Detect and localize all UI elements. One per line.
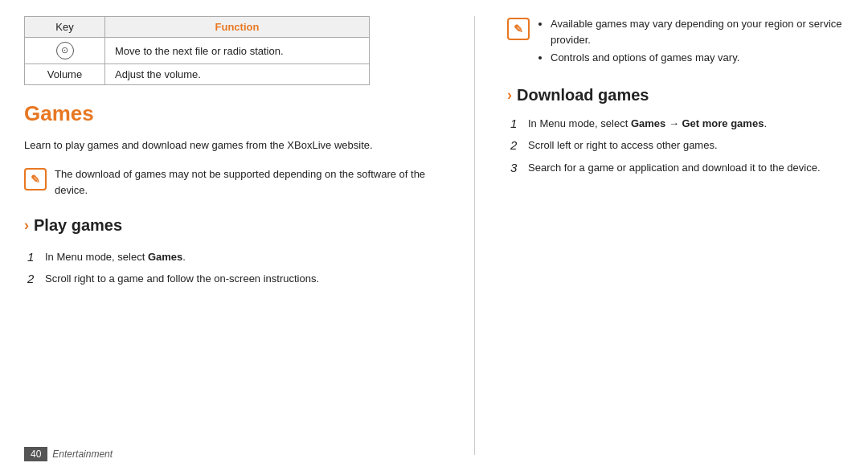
chevron-icon: ›: [24, 217, 29, 234]
table-cell-function: Adjust the volume.: [105, 64, 370, 85]
download-games-steps: 1 In Menu mode, select Games → Get more …: [507, 116, 844, 182]
step-number: 1: [510, 115, 522, 133]
step-text: Scroll right to a game and follow the on…: [45, 271, 442, 287]
games-note-box: ✎ The download of games may not be suppo…: [24, 166, 442, 199]
table-header-function: Function: [105, 17, 370, 38]
step-number: 2: [510, 137, 522, 155]
right-column: ✎ Available games may vary depending on …: [507, 16, 844, 455]
step-number: 3: [510, 159, 522, 178]
step-number: 1: [27, 248, 39, 267]
table-cell-key: ⊙: [25, 38, 105, 64]
right-note-box: ✎ Available games may vary depending on …: [507, 16, 844, 68]
step-text: In Menu mode, select Games → Get more ga…: [528, 116, 844, 132]
right-note-icon: ✎: [507, 18, 530, 40]
list-item: Available games may vary depending on yo…: [551, 16, 844, 47]
footer-label: Entertainment: [52, 448, 113, 460]
list-item: Controls and options of games may vary.: [551, 50, 844, 66]
step-text: Search for a game or application and dow…: [528, 160, 844, 176]
list-item: 2 Scroll left or right to access other g…: [507, 137, 844, 155]
note-icon: ✎: [24, 168, 47, 190]
download-games-heading: › Download games: [507, 86, 844, 104]
games-note-text: The download of games may not be support…: [55, 166, 442, 199]
play-games-steps: 1 In Menu mode, select Games. 2 Scroll r…: [24, 249, 442, 293]
list-item: 3 Search for a game or application and d…: [507, 160, 844, 178]
table-header-key: Key: [25, 17, 105, 38]
key-function-table: Key Function ⊙ Move to the next file or …: [24, 16, 370, 85]
list-item: 2 Scroll right to a game and follow the …: [24, 271, 442, 289]
right-note-text: Available games may vary depending on yo…: [538, 16, 844, 68]
footer: 40 Entertainment: [24, 447, 113, 461]
table-cell-function: Move to the next file or radio station.: [105, 38, 370, 64]
games-description: Learn to play games and download new gam…: [24, 137, 442, 154]
chevron-icon: ›: [507, 87, 512, 104]
page-container: Key Function ⊙ Move to the next file or …: [0, 0, 868, 471]
play-games-title: Play games: [34, 216, 122, 235]
list-item: 1 In Menu mode, select Games → Get more …: [507, 116, 844, 133]
download-games-title: Download games: [517, 86, 649, 104]
table-row: Volume Adjust the volume.: [25, 64, 370, 85]
list-item: 1 In Menu mode, select Games.: [24, 249, 442, 267]
page-number: 40: [24, 447, 47, 461]
step-number: 2: [27, 270, 39, 289]
games-section-title: Games: [24, 101, 442, 126]
play-games-heading: › Play games: [24, 216, 442, 235]
step-text: Scroll left or right to access other gam…: [528, 137, 844, 154]
table-cell-key: Volume: [25, 64, 105, 85]
right-note-bullets: Available games may vary depending on yo…: [538, 16, 844, 66]
column-divider: [474, 16, 475, 455]
step-text: In Menu mode, select Games.: [45, 249, 442, 265]
left-column: Key Function ⊙ Move to the next file or …: [24, 16, 442, 455]
next-track-icon: ⊙: [56, 42, 74, 59]
table-row: ⊙ Move to the next file or radio station…: [25, 38, 370, 64]
